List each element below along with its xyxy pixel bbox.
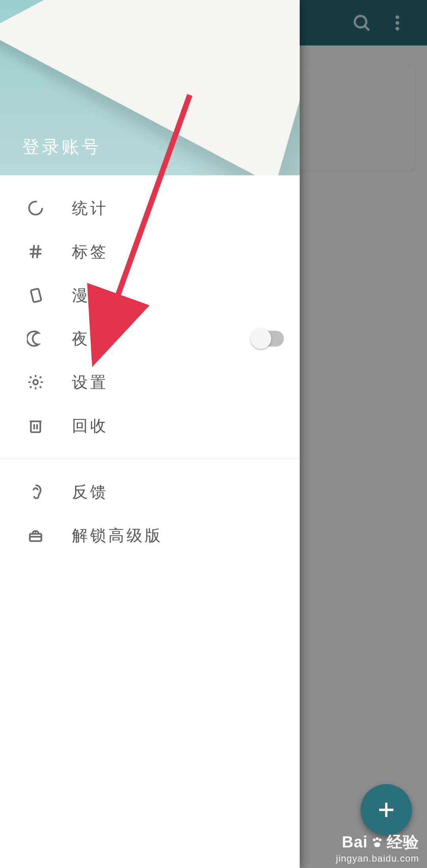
login-link[interactable]: 登录账号: [22, 135, 101, 159]
svg-point-22: [373, 838, 376, 841]
menu-item-unlock-premium[interactable]: 解锁高级版: [0, 514, 300, 557]
menu-label: 解锁高级版: [72, 525, 163, 546]
plus-icon: [376, 799, 397, 821]
stats-icon: [26, 199, 45, 218]
gear-icon: [26, 373, 45, 392]
menu-label: 回收: [72, 415, 108, 437]
ear-icon: [26, 482, 45, 501]
menu-divider: [0, 459, 300, 459]
svg-point-24: [379, 838, 382, 841]
menu-item-settings[interactable]: 设置: [0, 360, 300, 404]
menu-label: 统计: [72, 197, 108, 219]
walk-icon: [26, 286, 45, 305]
menu-item-night[interactable]: 夜: [0, 317, 300, 360]
svg-point-13: [33, 380, 38, 385]
gift-icon: [26, 526, 45, 545]
svg-point-7: [29, 202, 42, 215]
svg-point-25: [374, 842, 380, 847]
drawer-menu: 统计 标签 漫步: [0, 175, 300, 868]
menu-item-recycle[interactable]: 回收: [0, 404, 300, 447]
nav-drawer: 登录账号 统计 标签: [0, 0, 300, 868]
brand-suffix: 经验: [387, 831, 419, 853]
menu-item-wander[interactable]: 漫步: [0, 273, 300, 317]
svg-point-23: [376, 837, 379, 840]
moon-icon: [26, 329, 45, 348]
menu-item-feedback[interactable]: 反馈: [0, 470, 300, 514]
night-mode-toggle[interactable]: [252, 331, 284, 347]
toggle-knob: [251, 328, 271, 349]
menu-label: 反馈: [72, 481, 108, 503]
menu-label: 夜: [72, 328, 90, 350]
svg-rect-12: [31, 288, 42, 302]
trash-icon: [26, 416, 45, 435]
svg-line-10: [33, 245, 34, 258]
brand-prefix: Bai: [342, 833, 368, 851]
menu-label: 漫步: [72, 284, 108, 306]
svg-line-11: [37, 245, 39, 258]
paw-icon: [370, 835, 384, 849]
watermark: Bai 经验 jingyan.baidu.com: [336, 831, 419, 864]
svg-rect-14: [31, 421, 40, 432]
add-fab[interactable]: [361, 784, 412, 836]
menu-item-stats[interactable]: 统计: [0, 186, 300, 230]
hash-icon: [26, 242, 45, 261]
drawer-header: 登录账号: [0, 0, 300, 175]
menu-label: 设置: [72, 371, 108, 393]
watermark-url: jingyan.baidu.com: [336, 853, 419, 864]
menu-item-tags[interactable]: 标签: [0, 230, 300, 273]
menu-label: 标签: [72, 241, 108, 263]
watermark-brand: Bai 经验: [336, 831, 419, 853]
